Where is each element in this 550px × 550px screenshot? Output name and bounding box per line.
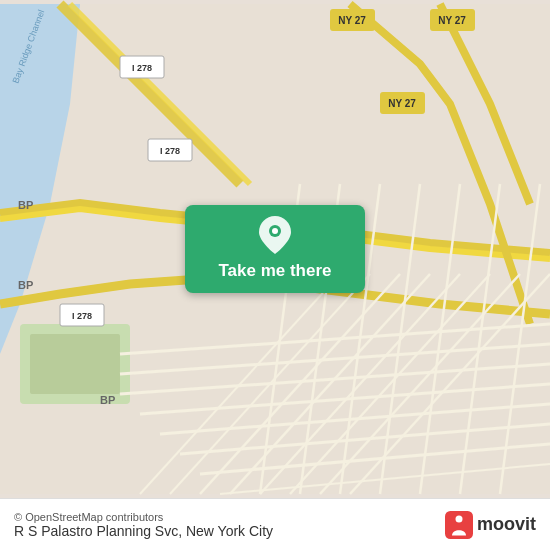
take-me-there-label: Take me there — [218, 261, 331, 281]
svg-point-47 — [272, 228, 278, 234]
svg-text:NY 27: NY 27 — [388, 98, 416, 109]
svg-text:NY 27: NY 27 — [438, 15, 466, 26]
svg-text:BP: BP — [100, 394, 115, 406]
moovit-icon — [445, 511, 473, 539]
svg-point-49 — [455, 515, 462, 522]
svg-text:BP: BP — [18, 279, 33, 291]
attribution: © OpenStreetMap contributors — [14, 511, 273, 523]
svg-text:BP: BP — [18, 199, 33, 211]
app: NY 27 NY 27 I 278 I 278 I 278 I 278 BP B… — [0, 0, 550, 550]
take-me-there-overlay: Take me there — [185, 205, 365, 293]
take-me-there-button[interactable]: Take me there — [185, 205, 365, 293]
svg-text:NY 27: NY 27 — [338, 15, 366, 26]
svg-text:I 278: I 278 — [132, 63, 152, 73]
location-name: R S Palastro Planning Svc, New York City — [14, 523, 273, 539]
svg-text:I 278: I 278 — [72, 311, 92, 321]
map-container: NY 27 NY 27 I 278 I 278 I 278 I 278 BP B… — [0, 0, 550, 498]
moovit-text: moovit — [477, 514, 536, 535]
location-pin-icon — [257, 217, 293, 253]
moovit-logo: moovit — [445, 511, 536, 539]
svg-text:I 278: I 278 — [160, 146, 180, 156]
footer: © OpenStreetMap contributors R S Palastr… — [0, 498, 550, 550]
svg-rect-4 — [30, 334, 120, 394]
footer-left: © OpenStreetMap contributors R S Palastr… — [14, 511, 273, 539]
